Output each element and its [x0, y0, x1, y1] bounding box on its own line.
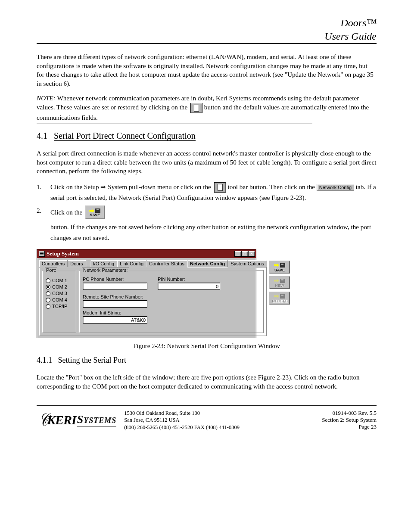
- remote-phone-input[interactable]: [83, 300, 147, 308]
- modem-init-label: Modem Init String:: [83, 310, 147, 315]
- disk-icon: [280, 263, 285, 268]
- pin-input[interactable]: 0: [158, 283, 220, 290]
- section-underline: [37, 142, 295, 142]
- modem-init-input[interactable]: AT&K0: [83, 316, 147, 324]
- subsection-number: 4.1.1: [37, 356, 52, 364]
- window-title: Setup System: [47, 250, 79, 257]
- section-body: A serial port direct connection is made …: [37, 149, 377, 176]
- note-underline: [37, 124, 312, 124]
- radio-icon: [46, 291, 50, 296]
- setup-toolbar-icon: [214, 182, 226, 193]
- save-button-inline: SAVE: [85, 205, 105, 219]
- disk-icon: [280, 294, 285, 299]
- subsection-body: Locate the "Port" box on the left side o…: [37, 373, 377, 391]
- footer-address: 1530 Old Oakland Road, Suite 100 San Jos…: [124, 410, 314, 431]
- disk-icon: [280, 279, 285, 283]
- pc-phone-input[interactable]: [83, 283, 147, 290]
- title-bar[interactable]: Setup System _ □ ×: [37, 249, 256, 258]
- step-1-text-a: Click on the Setup ⇒ System pull-down me…: [50, 183, 211, 190]
- step-2: 2. Click on the SAVE button. If the chan…: [37, 205, 377, 243]
- port-groupbox: Port: COM 1 COM 2 COM 3 COM 4 TCP/IP: [42, 270, 76, 333]
- maximize-button[interactable]: □: [241, 251, 248, 257]
- port-legend: Port:: [45, 268, 57, 273]
- side-buttons: SAVE NEW DELETE: [268, 260, 291, 336]
- subsection-title: Setting the Serial Port: [58, 356, 126, 364]
- arrow-icon: [274, 264, 279, 267]
- footer-docinfo: 01914-003 Rev. 5.5 Section 2: Setup Syst…: [322, 410, 377, 430]
- subsection-heading: 4.1.1 Setting the Serial Port: [37, 356, 377, 365]
- step-1: 1. Click on the Setup ⇒ System pull-down…: [37, 182, 377, 203]
- setup-system-window: Setup System _ □ × Controllers Doors I/O…: [37, 249, 256, 338]
- section-number: 4.1: [37, 131, 47, 140]
- save-button-label: SAVE: [90, 213, 100, 217]
- radio-icon: [46, 278, 50, 283]
- new-button[interactable]: NEW: [269, 276, 290, 289]
- radio-tcpip[interactable]: TCP/IP: [46, 304, 72, 309]
- keri-logo: 𝒞KERISystems: [37, 410, 116, 430]
- note-paragraph: NOTE: Whenever network communication par…: [37, 94, 377, 122]
- header-rule: [37, 43, 377, 44]
- footer-addr2: San Jose, CA 95112 USA: [124, 417, 314, 423]
- radio-icon: [46, 304, 50, 309]
- radio-com3[interactable]: COM 3: [46, 291, 72, 296]
- network-parameters-groupbox: Network Parameters: PC Phone Number: Rem…: [79, 270, 264, 333]
- tab-link-config[interactable]: Link Config: [117, 260, 146, 267]
- radio-com2[interactable]: COM 2: [46, 284, 72, 289]
- intro-paragraph: There are three different types of netwo…: [37, 53, 377, 88]
- np-legend: Network Parameters:: [82, 268, 129, 273]
- arrow-icon: [274, 295, 279, 298]
- disk-icon: [95, 208, 100, 213]
- delete-button-label: DELETE: [272, 299, 287, 303]
- subsection-underline: [37, 366, 136, 366]
- radio-tcpip-label: TCP/IP: [52, 304, 67, 309]
- radio-icon-selected: [46, 285, 50, 289]
- close-button[interactable]: ×: [248, 251, 255, 257]
- pin-label: PIN Number:: [158, 277, 220, 282]
- step-1-text-b: tool bar button. Then click on the: [227, 183, 315, 190]
- step-2-text-a: Click on the: [50, 207, 82, 218]
- window-icon: [39, 251, 45, 257]
- tab-strip: Controllers Doors I/O Config Link Config…: [39, 260, 267, 267]
- header-product: Doors™: [37, 17, 377, 29]
- section-title: Serial Port Direct Connect Configuration: [54, 131, 196, 141]
- save-button[interactable]: SAVE: [269, 261, 290, 274]
- tab-panel: Port: COM 1 COM 2 COM 3 COM 4 TCP/IP Net…: [39, 267, 267, 336]
- radio-com3-label: COM 3: [52, 291, 67, 296]
- footer-page: Page 23: [322, 423, 377, 430]
- remote-phone-label: Remote Site Phone Number:: [83, 294, 147, 299]
- save-button-label: SAVE: [274, 268, 285, 272]
- radio-icon: [46, 298, 50, 302]
- tab-network-config[interactable]: Network Config: [187, 260, 228, 268]
- figure-caption: Figure 2-23: Network Serial Port Configu…: [37, 342, 377, 350]
- steps-list: 1. Click on the Setup ⇒ System pull-down…: [37, 182, 377, 243]
- footer-addr3: (800) 260-5265 (408) 451-2520 FAX (408) …: [124, 424, 314, 431]
- header-subtitle: Users Guide: [37, 31, 377, 42]
- default-button-icon: [190, 103, 202, 113]
- radio-com1-label: COM 1: [52, 278, 67, 283]
- step-1-num: 1.: [37, 182, 46, 192]
- footer-addr1: 1530 Old Oakland Road, Suite 100: [124, 410, 314, 417]
- tab-io-config[interactable]: I/O Config: [90, 260, 118, 267]
- note-label: NOTE:: [37, 94, 56, 102]
- step-2-text-b: button. If the changes are not saved bef…: [50, 222, 377, 243]
- delete-button[interactable]: DELETE: [269, 292, 290, 305]
- tab-system-options[interactable]: System Options: [227, 260, 267, 267]
- footer-doc2: Section 2: Setup System: [322, 417, 377, 423]
- minimize-button[interactable]: _: [234, 251, 241, 257]
- arrow-icon: [89, 209, 94, 212]
- radio-com2-label: COM 2: [52, 284, 67, 289]
- page-footer: 𝒞KERISystems 1530 Old Oakland Road, Suit…: [37, 405, 377, 431]
- section-heading: 4.1 Serial Port Direct Connect Configura…: [37, 131, 377, 141]
- footer-doc1: 01914-003 Rev. 5.5: [322, 410, 377, 417]
- radio-com1[interactable]: COM 1: [46, 278, 72, 283]
- tab-controller-status[interactable]: Controller Status: [146, 260, 187, 267]
- radio-com4[interactable]: COM 4: [46, 297, 72, 302]
- tab-doors[interactable]: Doors: [67, 260, 86, 267]
- arrow-icon: [274, 279, 279, 283]
- network-config-tab-inline: Network Config: [317, 184, 354, 191]
- step-2-num: 2.: [37, 205, 46, 216]
- pc-phone-label: PC Phone Number:: [83, 277, 147, 282]
- radio-com4-label: COM 4: [52, 297, 67, 302]
- tab-controllers[interactable]: Controllers: [39, 260, 68, 267]
- new-button-label: NEW: [275, 283, 284, 288]
